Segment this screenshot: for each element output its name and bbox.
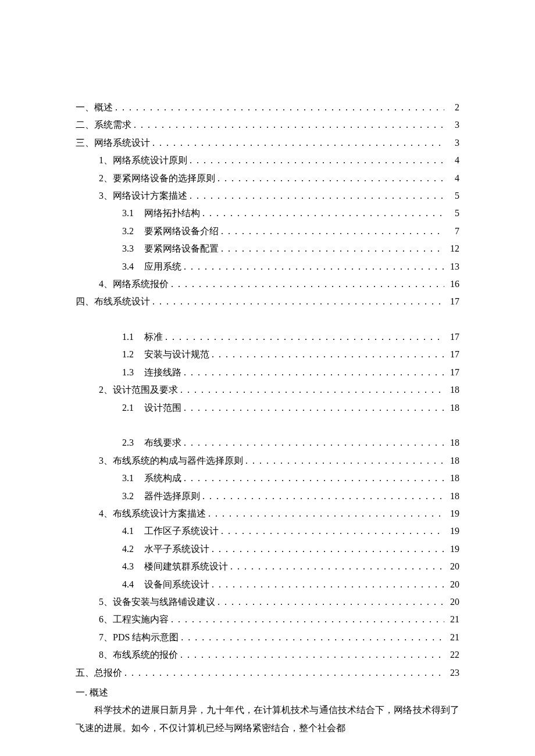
toc-dot-leader xyxy=(184,258,444,275)
toc-entry-label: 8、布线系统的报价 xyxy=(99,646,178,664)
toc-dot-leader xyxy=(202,205,444,222)
toc-dot-leader xyxy=(221,223,444,240)
toc-entry-title: 楼间建筑群系统设计 xyxy=(144,561,228,571)
toc-dot-leader xyxy=(184,364,444,381)
toc-dot-leader xyxy=(165,328,444,346)
toc-entry: 1.2安装与设计规范17 xyxy=(76,346,459,363)
toc-dot-leader xyxy=(217,593,444,611)
toc-entry-label: 1.1标准 xyxy=(122,328,163,346)
toc-entry: 2、要紧网络设备的选择原则4 xyxy=(76,170,459,187)
toc-entry-label: 3.4应用系统 xyxy=(122,258,181,275)
toc-entry-title: 水平子系统设计 xyxy=(144,544,209,554)
toc-entry-title: 安装与设计规范 xyxy=(144,349,209,359)
toc-dot-leader xyxy=(184,470,444,487)
toc-entry-label: 3.1网络拓扑结构 xyxy=(122,205,200,222)
toc-dot-leader xyxy=(217,170,444,187)
toc-entry: 4.2水平子系统设计19 xyxy=(76,540,459,558)
toc-entry-label: 二、系统需求 xyxy=(76,116,131,134)
toc-dot-leader xyxy=(208,505,444,522)
toc-entry-page: 18 xyxy=(447,434,459,452)
toc-entry-label: 3.1系统构成 xyxy=(122,470,181,487)
toc-entry: 3.2要紧网络设备介绍7 xyxy=(76,223,459,240)
toc-entry-page: 19 xyxy=(447,505,459,522)
toc-entry-number: 4.1 xyxy=(122,522,144,540)
toc-entry: 1.3连接线路17 xyxy=(76,364,459,381)
toc-entry-label: 4、网络系统报价 xyxy=(99,275,169,293)
toc-entry-page: 18 xyxy=(447,488,459,505)
toc-dot-leader xyxy=(212,540,444,558)
toc-entry-label: 四、布线系统设计 xyxy=(76,293,150,310)
toc-entry-title: 设备间系统设计 xyxy=(144,579,209,589)
toc-entry-page: 22 xyxy=(447,646,459,664)
toc-entry-label: 4、布线系统设计方案描述 xyxy=(99,505,206,522)
toc-entry-number: 2.1 xyxy=(122,399,144,417)
toc-entry-number: 4.4 xyxy=(122,576,144,593)
toc-entry-page: 17 xyxy=(447,293,459,310)
toc-blank-line xyxy=(76,311,459,328)
toc-entry: 3、布线系统的构成与器件选择原则18 xyxy=(76,452,459,470)
toc-entry-label: 7、PDS 结构示意图 xyxy=(99,629,179,646)
toc-entry-number: 4.3 xyxy=(122,558,144,575)
toc-entry: 7、PDS 结构示意图21 xyxy=(76,629,459,646)
toc-entry-label: 3.2器件选择原则 xyxy=(122,488,200,505)
toc-entry-page: 21 xyxy=(447,629,459,646)
toc-entry-title: 标准 xyxy=(144,332,163,342)
toc-entry-page: 5 xyxy=(447,205,459,222)
toc-entry: 8、布线系统的报价22 xyxy=(76,646,459,664)
toc-dot-leader xyxy=(152,134,444,152)
toc-entry: 4、布线系统设计方案描述19 xyxy=(76,505,459,522)
toc-entry-page: 20 xyxy=(447,558,459,575)
toc-entry-title: 工作区子系统设计 xyxy=(144,526,219,536)
toc-dot-leader xyxy=(180,646,444,664)
toc-entry-label: 3、布线系统的构成与器件选择原则 xyxy=(99,452,243,470)
toc-dot-leader xyxy=(190,187,444,205)
toc-dot-leader xyxy=(212,576,444,593)
toc-entry: 3、网络设计方案描述5 xyxy=(76,187,459,205)
toc-entry: 2、设计范围及要求18 xyxy=(76,381,459,399)
toc-blank-line xyxy=(76,417,459,434)
toc-entry-label: 4.4设备间系统设计 xyxy=(122,576,209,593)
toc-entry-page: 20 xyxy=(447,593,459,611)
toc-dot-leader xyxy=(152,293,444,310)
toc-dot-leader xyxy=(171,611,444,628)
toc-entry-page: 21 xyxy=(447,611,459,628)
toc-dot-leader xyxy=(190,152,444,169)
toc-dot-leader xyxy=(115,99,444,116)
toc-entry-number: 3.4 xyxy=(122,258,144,275)
toc-entry-number: 2.3 xyxy=(122,434,144,452)
toc-dot-leader xyxy=(124,664,444,682)
toc-entry: 1.1标准17 xyxy=(76,328,459,346)
toc-entry: 4、网络系统报价16 xyxy=(76,275,459,293)
toc-entry-label: 4.3楼间建筑群系统设计 xyxy=(122,558,228,575)
toc-entry-number: 3.2 xyxy=(122,223,144,240)
toc-entry-page: 3 xyxy=(447,134,459,152)
toc-entry-page: 2 xyxy=(447,99,459,116)
toc-entry: 3.1系统构成18 xyxy=(76,470,459,487)
toc-entry-page: 4 xyxy=(447,170,459,187)
toc-entry-page: 18 xyxy=(447,399,459,417)
toc-entry-title: 器件选择原则 xyxy=(144,491,200,501)
toc-entry: 4.1工作区子系统设计19 xyxy=(76,522,459,540)
toc-entry: 二、系统需求3 xyxy=(76,116,459,134)
toc-entry: 3.1网络拓扑结构5 xyxy=(76,205,459,222)
toc-entry-page: 5 xyxy=(447,187,459,205)
toc-entry-label: 6、工程实施内容 xyxy=(99,611,169,628)
toc-entry-label: 2.3布线要求 xyxy=(122,434,181,452)
toc-dot-leader xyxy=(212,346,444,363)
toc-entry: 五、总报价23 xyxy=(76,664,459,682)
toc-entry-label: 3.3要紧网络设备配置 xyxy=(122,240,219,257)
toc-entry-label: 5、设备安装与线路铺设建议 xyxy=(99,593,215,611)
toc-entry: 2.1设计范围18 xyxy=(76,399,459,417)
toc-entry-page: 7 xyxy=(447,223,459,240)
toc-entry: 3.2器件选择原则18 xyxy=(76,488,459,505)
toc-entry-label: 1.3连接线路 xyxy=(122,364,181,381)
toc-entry-page: 4 xyxy=(447,152,459,169)
toc-dot-leader xyxy=(171,275,444,293)
toc-entry: 5、设备安装与线路铺设建议20 xyxy=(76,593,459,611)
toc-entry-title: 布线要求 xyxy=(144,438,181,447)
toc-entry-label: 2.1设计范围 xyxy=(122,399,181,417)
toc-entry: 一、概述2 xyxy=(76,99,459,116)
toc-entry: 三、网络系统设计3 xyxy=(76,134,459,152)
toc-entry-page: 17 xyxy=(447,364,459,381)
toc-entry-title: 设计范围 xyxy=(144,403,181,413)
